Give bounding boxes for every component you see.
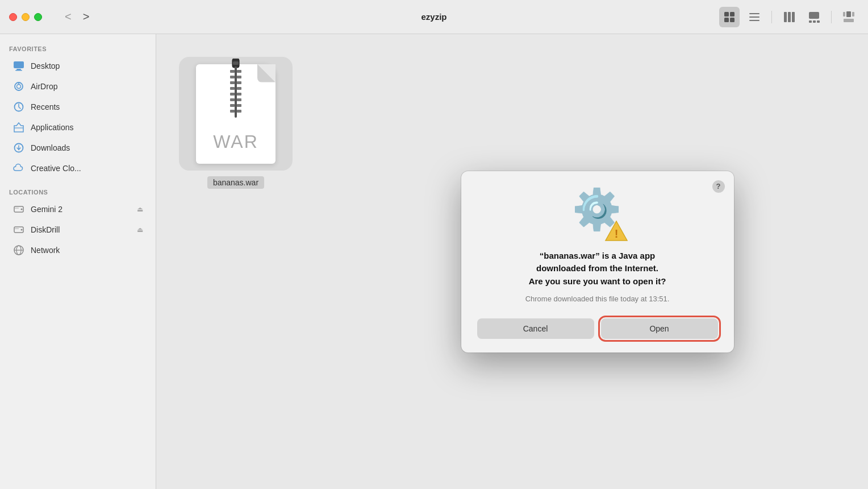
dialog-title: “bananas.war” is a Java app downloaded f… [529,250,666,288]
svg-rect-7 [784,12,787,22]
sidebar: Favorites Desktop AirDrop Recents [0,34,156,489]
downloads-icon [12,142,25,154]
eject-diskdrill-icon[interactable]: ⏏ [137,226,143,234]
coverflow-view-button[interactable] [838,7,859,27]
svg-rect-0 [724,12,729,16]
titlebar: < > ezyzip [0,0,868,34]
sidebar-gap [0,179,156,187]
favorites-section-label: Favorites [0,43,156,56]
svg-rect-12 [813,20,816,23]
sidebar-item-network[interactable]: Network [3,240,152,260]
svg-rect-10 [809,12,819,19]
svg-rect-19 [16,69,21,70]
locations-section-label: Locations [0,187,156,199]
svg-rect-11 [809,20,812,23]
cloud-icon [12,162,25,175]
window-title: ezyzip [421,12,446,22]
svg-rect-6 [749,20,760,21]
eject-gemini2-icon[interactable]: ⏏ [137,205,143,213]
help-button[interactable]: ? [712,180,725,193]
svg-rect-8 [788,12,791,22]
minimize-button[interactable] [22,13,30,21]
sidebar-item-gemini2[interactable]: Gemini 2 ⏏ [3,199,152,219]
sidebar-item-airdrop-label: AirDrop [31,82,57,91]
sidebar-item-desktop[interactable]: Desktop [3,56,152,76]
dialog-subtitle: Chrome downloaded this file today at 13:… [525,293,670,305]
svg-rect-2 [724,18,729,22]
svg-rect-20 [15,70,22,71]
column-view-button[interactable] [779,7,799,27]
svg-rect-15 [846,11,851,17]
toolbar-divider-2 [831,11,832,23]
svg-rect-4 [749,13,760,14]
file-area: WAR bananas.war ? ⚙️ ! [156,34,868,489]
svg-rect-1 [730,12,735,16]
sidebar-item-downloads[interactable]: Downloads [3,138,152,158]
svg-text:!: ! [614,227,618,240]
gallery-view-button[interactable] [804,7,824,27]
nav-buttons: < > [60,8,94,26]
maximize-button[interactable] [34,13,42,21]
sidebar-item-recents[interactable]: Recents [3,97,152,117]
cancel-button[interactable]: Cancel [477,318,594,339]
desktop-icon [12,60,25,72]
open-button[interactable]: Open [601,318,718,339]
sidebar-item-desktop-label: Desktop [31,61,60,71]
svg-rect-3 [730,18,735,22]
network-icon [12,244,25,256]
dialog-overlay: ? ⚙️ ! “bananas.war” is a Java app downl… [156,34,868,489]
dialog-icon-area: ⚙️ ! [569,189,626,241]
forward-button[interactable]: > [78,8,94,26]
sidebar-item-network-label: Network [31,246,60,255]
svg-rect-9 [792,12,795,22]
toolbar-divider-1 [771,11,772,23]
sidebar-item-gemini2-label: Gemini 2 [31,205,62,214]
sidebar-item-diskdrill-label: DiskDrill [31,225,60,234]
applications-icon [12,121,25,134]
svg-rect-16 [852,12,854,16]
list-view-button[interactable] [744,7,765,27]
window-controls [9,13,42,21]
svg-rect-5 [749,16,760,18]
close-button[interactable] [9,13,17,21]
sidebar-item-recents-label: Recents [31,102,60,111]
sidebar-item-applications-label: Applications [31,123,74,132]
security-dialog: ? ⚙️ ! “bananas.war” is a Java app downl… [461,171,734,353]
back-button[interactable]: < [60,8,76,26]
sidebar-item-applications[interactable]: Applications [3,117,152,138]
toolbar-icons [719,7,859,27]
sidebar-item-downloads-label: Downloads [31,143,70,152]
grid-view-button[interactable] [719,7,740,27]
svg-rect-14 [843,12,845,16]
main-content: Favorites Desktop AirDrop Recents [0,34,868,489]
sidebar-item-airdrop[interactable]: AirDrop [3,76,152,97]
dialog-buttons: Cancel Open [477,318,718,339]
recents-icon [12,101,25,113]
sidebar-item-creative-cloud[interactable]: Creative Clo... [3,158,152,179]
airdrop-icon [12,80,25,93]
svg-rect-13 [817,20,820,23]
svg-point-22 [17,85,21,89]
svg-rect-17 [844,19,854,22]
drive-icon-diskdrill [12,223,25,236]
warning-badge-icon: ! [604,219,628,243]
svg-rect-18 [14,61,24,68]
svg-point-28 [21,209,23,210]
sidebar-item-diskdrill[interactable]: DiskDrill ⏏ [3,219,152,240]
svg-point-31 [21,229,23,231]
sidebar-item-creative-cloud-label: Creative Clo... [31,164,81,173]
drive-icon-gemini [12,203,25,216]
